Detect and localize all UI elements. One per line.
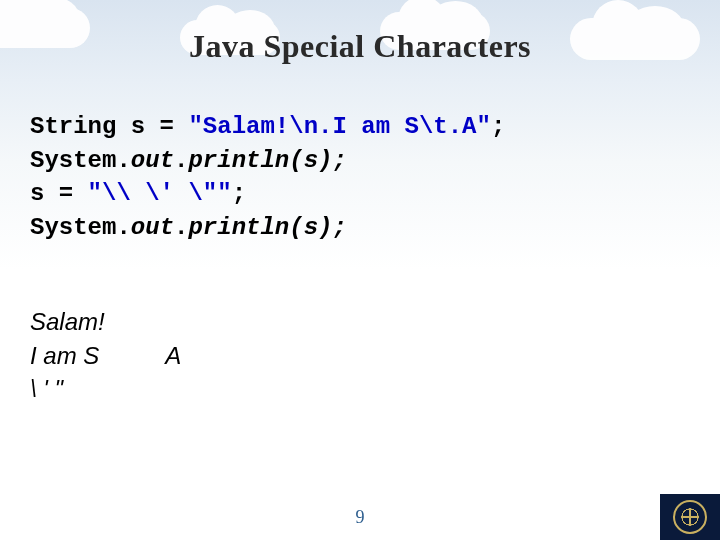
- slide-title: Java Special Characters: [0, 28, 720, 65]
- code-field: out: [131, 147, 174, 174]
- output-line: I am S A: [30, 342, 181, 369]
- code-call: println(s);: [188, 147, 346, 174]
- string-literal: "Salam!\n.I am S\t.A": [188, 113, 490, 140]
- code-line: System.out.println(s);: [30, 144, 505, 178]
- code-text: ;: [232, 180, 246, 207]
- code-text: .: [174, 147, 188, 174]
- output-block: Salam! I am S A \ ' ": [30, 305, 181, 406]
- page-number: 9: [0, 507, 720, 528]
- code-text: s =: [30, 180, 88, 207]
- code-text: System.: [30, 214, 131, 241]
- university-logo-icon: [673, 500, 707, 534]
- string-literal: "\\ \' \"": [88, 180, 232, 207]
- code-line: String s = "Salam!\n.I am S\t.A";: [30, 110, 505, 144]
- output-line: \ ' ": [30, 375, 63, 402]
- code-text: ;: [491, 113, 505, 140]
- code-text: .: [174, 214, 188, 241]
- code-text: System.: [30, 147, 131, 174]
- code-text: String s =: [30, 113, 188, 140]
- output-line: Salam!: [30, 308, 105, 335]
- code-call: println(s);: [188, 214, 346, 241]
- footer-logo-bar: [660, 494, 720, 540]
- code-line: s = "\\ \' \"";: [30, 177, 505, 211]
- code-line: System.out.println(s);: [30, 211, 505, 245]
- code-field: out: [131, 214, 174, 241]
- code-block: String s = "Salam!\n.I am S\t.A"; System…: [30, 110, 505, 244]
